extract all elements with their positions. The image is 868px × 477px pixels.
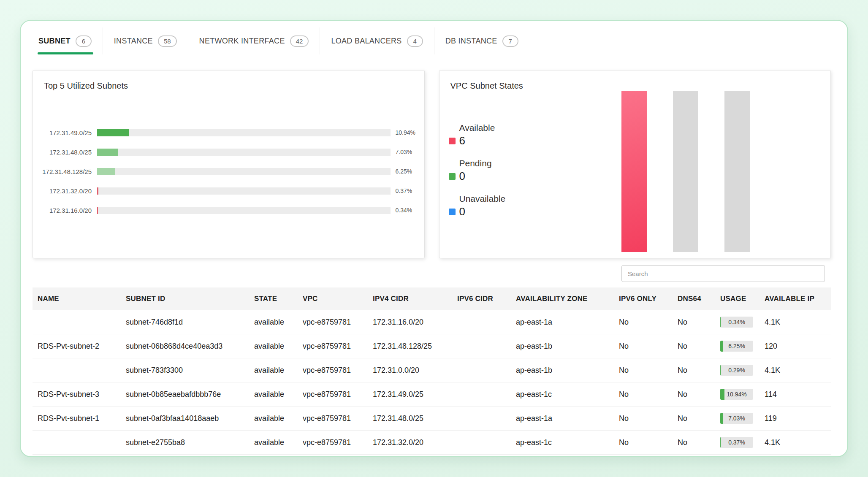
cell-usage: 6.25% (716, 334, 760, 358)
legend-value: 0 (459, 170, 465, 183)
search-row (21, 265, 825, 282)
cell-ipv6_cidr (453, 431, 512, 455)
tab-count-badge: 4 (407, 35, 423, 47)
table-row[interactable]: subnet-e2755ba8availablevpc-e8759781172.… (33, 431, 831, 455)
cell-ipv6_only: No (615, 431, 673, 455)
cell-state: available (250, 407, 298, 431)
bar-fill (97, 129, 129, 136)
cell-state: available (250, 310, 298, 334)
subnet-cidr-label: 172.31.48.128/25 (33, 168, 97, 175)
cell-vpc: vpc-e8759781 (298, 431, 369, 455)
usage-mini-bar (720, 413, 723, 424)
cell-name: RDS-Pvt-subnet-3 (33, 382, 122, 407)
legend-item-available: Available6 (449, 123, 541, 147)
cell-available_ip: 4.1K (760, 310, 831, 334)
legend-value: 0 (459, 205, 465, 218)
cell-vpc: vpc-e8759781 (298, 382, 369, 407)
usage-value: 0.29% (728, 367, 745, 374)
cell-subnet_id: subnet-783f3300 (122, 358, 250, 382)
vpc-states-legend: Available6Pending0Unavailable0 (439, 91, 541, 258)
usage-badge: 10.94% (720, 389, 753, 400)
table-row[interactable]: RDS-Pvt-subnet-3subnet-0b85eaebafdbbb76e… (33, 382, 831, 407)
cell-ipv4_cidr: 172.31.0.0/20 (369, 358, 453, 382)
cell-ipv6_cidr (453, 407, 512, 431)
subnet-cidr-label: 172.31.16.0/20 (33, 207, 97, 214)
column-header-available-ip: AVAILABLE IP (760, 287, 831, 310)
cell-ipv6_only: No (615, 382, 673, 407)
cell-usage: 10.94% (716, 382, 760, 407)
table-row[interactable]: RDS-Pvt-subnet-1subnet-0af3bfaa14018aaeb… (33, 407, 831, 431)
column-header-ipv6-cidr: IPV6 CIDR (453, 287, 512, 310)
chart-title-top-subnets: Top 5 Utilized Subnets (33, 70, 424, 91)
main-panel: SUBNET6INSTANCE58NETWORK INTERFACE42LOAD… (20, 20, 848, 457)
tab-bar: SUBNET6INSTANCE58NETWORK INTERFACE42LOAD… (21, 21, 847, 54)
search-input[interactable] (621, 265, 825, 282)
table-row[interactable]: RDS-Pvt-subnet-2subnet-06b868d4ce40ea3d3… (33, 334, 831, 358)
column-header-name: NAME (33, 287, 122, 310)
tab-subnet[interactable]: SUBNET6 (38, 27, 103, 54)
cell-state: available (250, 334, 298, 358)
cell-name (33, 310, 122, 334)
cell-ipv4_cidr: 172.31.48.128/25 (369, 334, 453, 358)
tab-count-badge: 6 (76, 35, 92, 47)
cell-vpc: vpc-e8759781 (298, 407, 369, 431)
cell-ipv6_only: No (615, 407, 673, 431)
bar-value-label: 0.34% (391, 207, 422, 214)
subnet-table: NAMESUBNET IDSTATEVPCIPV4 CIDRIPV6 CIDRA… (33, 287, 831, 455)
usage-badge: 6.25% (720, 341, 753, 352)
cell-name (33, 431, 122, 455)
cell-availability_zone: ap-east-1b (512, 334, 615, 358)
cell-ipv4_cidr: 172.31.32.0/20 (369, 431, 453, 455)
vpc-states-chart: Available6Pending0Unavailable0 (439, 91, 831, 258)
usage-badge: 0.34% (720, 317, 753, 328)
cell-name (33, 358, 122, 382)
bar-value-label: 10.94% (391, 129, 422, 136)
tab-label: DB INSTANCE (445, 37, 497, 46)
table-row[interactable]: subnet-746d8f1davailablevpc-e8759781172.… (33, 310, 831, 334)
cell-ipv6_cidr (453, 382, 512, 407)
charts-row: Top 5 Utilized Subnets 172.31.49.0/2510.… (33, 70, 831, 258)
cell-ipv6_cidr (453, 334, 512, 358)
cell-available_ip: 4.1K (760, 358, 831, 382)
subnet-cidr-label: 172.31.32.0/20 (33, 187, 97, 195)
legend-swatch (449, 209, 456, 215)
subnet-cidr-label: 172.31.49.0/25 (33, 129, 97, 136)
legend-item-pending: Pending0 (449, 158, 541, 183)
state-bar-available (621, 91, 647, 252)
tab-instance[interactable]: INSTANCE58 (103, 27, 188, 54)
utilized-subnet-row: 172.31.49.0/2510.94% (33, 123, 422, 142)
tab-count-badge: 58 (158, 35, 177, 47)
bar-track (97, 168, 391, 175)
table-row[interactable]: subnet-783f3300availablevpc-e8759781172.… (33, 358, 831, 382)
cell-subnet_id: subnet-06b868d4ce40ea3d3 (122, 334, 250, 358)
tab-db-instance[interactable]: DB INSTANCE7 (434, 27, 529, 54)
cell-dns64: No (673, 382, 716, 407)
cell-availability_zone: ap-east-1a (512, 407, 615, 431)
cell-ipv6_only: No (615, 310, 673, 334)
column-header-ipv6-only: IPV6 ONLY (615, 287, 673, 310)
cell-subnet_id: subnet-0af3bfaa14018aaeb (122, 407, 250, 431)
tab-network-interface[interactable]: NETWORK INTERFACE42 (188, 27, 320, 54)
cell-dns64: No (673, 310, 716, 334)
state-bar-pending (673, 91, 698, 252)
bar-value-label: 6.25% (391, 168, 422, 175)
tab-load-balancers[interactable]: LOAD BALANCERS4 (320, 27, 434, 54)
top-utilized-subnets-card: Top 5 Utilized Subnets 172.31.49.0/2510.… (33, 70, 425, 258)
usage-badge: 7.03% (720, 413, 753, 424)
cell-usage: 0.37% (716, 431, 760, 455)
column-header-dns64: DNS64 (673, 287, 716, 310)
cell-dns64: No (673, 334, 716, 358)
cell-available_ip: 119 (760, 407, 831, 431)
cell-state: available (250, 431, 298, 455)
legend-label: Pending (459, 158, 541, 168)
cell-availability_zone: ap-east-1a (512, 310, 615, 334)
cell-usage: 7.03% (716, 407, 760, 431)
usage-value: 0.37% (728, 439, 745, 446)
legend-swatch (449, 138, 456, 144)
cell-dns64: No (673, 431, 716, 455)
usage-mini-bar (720, 317, 721, 328)
tab-count-badge: 7 (502, 35, 518, 47)
cell-state: available (250, 382, 298, 407)
usage-mini-bar (720, 341, 723, 352)
cell-state: available (250, 358, 298, 382)
